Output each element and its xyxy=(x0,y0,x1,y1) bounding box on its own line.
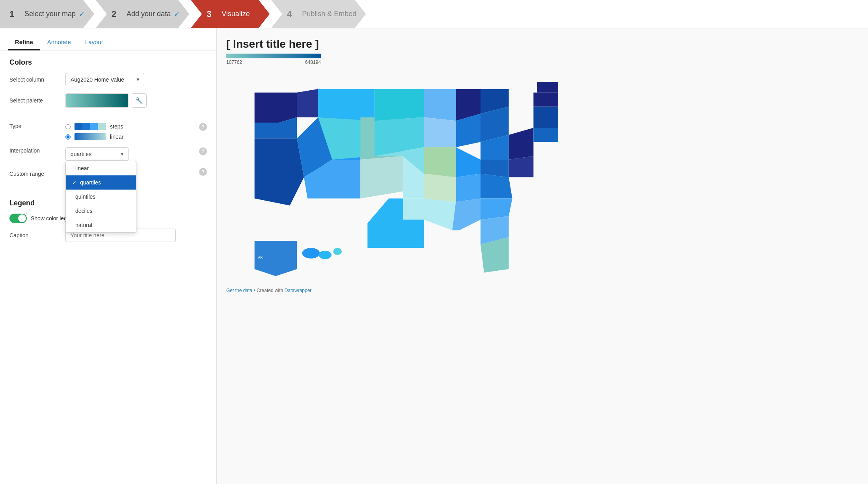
step-3-label: Visualize xyxy=(222,10,250,18)
tab-annotate[interactable]: Annotate xyxy=(40,35,78,50)
interp-deciles-label: deciles xyxy=(75,208,93,214)
state-ia xyxy=(424,117,456,147)
svg-point-3 xyxy=(333,248,342,255)
legend-min-value: 107762 xyxy=(226,60,242,65)
type-options: steps linear xyxy=(65,123,123,140)
palette-wrapper: ▾ 🔧 xyxy=(65,93,147,108)
state-id xyxy=(297,89,318,117)
map-container: AK xyxy=(226,71,859,285)
state-ca xyxy=(255,138,304,205)
map-legend-bar xyxy=(226,54,321,58)
palette-wrench-button[interactable]: 🔧 xyxy=(132,93,147,108)
state-mn xyxy=(424,89,456,121)
type-steps-radio[interactable] xyxy=(65,124,71,129)
interp-quintiles-label: quintiles xyxy=(75,194,95,200)
interpolation-wrapper: quartiles ▼ linear ✓ quartiles xyxy=(65,147,129,161)
state-mt xyxy=(318,89,374,121)
caption-label: Caption xyxy=(9,232,61,238)
interpolation-option-natural[interactable]: natural xyxy=(66,218,136,232)
state-ms xyxy=(452,199,481,231)
custom-range-help-icon[interactable]: ? xyxy=(199,168,207,176)
tabs: Refine Annotate Layout xyxy=(0,28,216,50)
interpolation-option-deciles[interactable]: deciles xyxy=(66,204,136,218)
palette-dropdown-arrow: ▾ xyxy=(123,98,125,103)
left-panel: Refine Annotate Layout Colors Select col… xyxy=(0,28,217,484)
state-nm xyxy=(360,156,403,199)
step-4-num: 4 xyxy=(287,9,298,19)
interpolation-popup: linear ✓ quartiles quintiles decil xyxy=(65,161,136,233)
state-oh xyxy=(509,128,534,160)
map-chart-title: [ Insert title here ] xyxy=(226,38,859,50)
wizard-step-2[interactable]: 2 Add your data ✓ xyxy=(96,0,189,28)
tab-layout[interactable]: Layout xyxy=(78,35,110,50)
legend-labels: 107762 648194 xyxy=(226,60,321,65)
state-ky xyxy=(456,147,481,177)
type-linear-option: linear xyxy=(65,133,123,140)
type-row: Type steps linear ? xyxy=(9,123,207,140)
map-footer: Get the data • Created with Datawrapper xyxy=(226,288,859,293)
state-tn xyxy=(456,174,481,202)
interpolation-dropdown[interactable]: quartiles xyxy=(65,147,129,161)
state-nc xyxy=(481,174,512,199)
select-palette-label: Select palette xyxy=(9,97,61,104)
state-pa xyxy=(533,107,558,128)
hawaii-group xyxy=(302,248,342,259)
type-linear-radio[interactable] xyxy=(65,134,71,140)
legend-bar-wrapper: 107762 648194 xyxy=(226,54,859,65)
state-ny xyxy=(533,93,558,107)
wizard-step-4[interactable]: 4 Publish & Embed xyxy=(271,0,366,28)
select-column-dropdown[interactable]: Aug2020 Home Value xyxy=(65,73,144,86)
tab-refine[interactable]: Refine xyxy=(8,35,40,50)
steps-gradient-preview xyxy=(75,123,106,130)
right-panel: [ Insert title here ] 107762 648194 xyxy=(217,28,868,484)
step-3-num: 3 xyxy=(207,9,218,19)
svg-point-1 xyxy=(302,248,320,259)
select-palette-row: Select palette ▾ 🔧 xyxy=(9,93,207,108)
type-linear-label: linear xyxy=(110,134,123,140)
get-data-link[interactable]: Get the data xyxy=(226,288,252,293)
interpolation-option-quartiles[interactable]: ✓ quartiles xyxy=(66,175,136,190)
select-column-wrapper: Aug2020 Home Value ▼ xyxy=(65,73,144,86)
state-wa xyxy=(255,93,297,123)
datawrapper-link[interactable]: Datawrapper xyxy=(285,288,312,293)
show-legend-toggle[interactable] xyxy=(9,214,27,223)
type-label: Type xyxy=(9,123,61,129)
colors-divider xyxy=(9,115,207,115)
main-layout: Refine Annotate Layout Colors Select col… xyxy=(0,28,868,484)
us-map-svg: AK xyxy=(226,71,565,283)
palette-selector[interactable]: ▾ xyxy=(65,93,129,108)
interpolation-option-quintiles[interactable]: quintiles xyxy=(66,190,136,204)
alaska-group: AK xyxy=(255,241,297,276)
interp-natural-label: natural xyxy=(75,222,92,228)
interpolation-row: Interpolation quartiles ▼ linear xyxy=(9,147,207,161)
step-2-label: Add your data xyxy=(127,10,171,18)
toggle-knob xyxy=(18,214,26,222)
interp-quartiles-label: quartiles xyxy=(80,179,101,186)
footer-separator: • Created with xyxy=(253,288,284,293)
wizard-step-1[interactable]: 1 Select your map ✓ xyxy=(0,0,94,28)
wizard-step-3[interactable]: 3 Visualize xyxy=(191,0,270,28)
state-la xyxy=(424,199,456,231)
step-1-num: 1 xyxy=(9,9,20,19)
wizard-bar: 1 Select your map ✓ 2 Add your data ✓ 3 … xyxy=(0,0,868,28)
legend-max-value: 648194 xyxy=(305,60,321,65)
state-md-de xyxy=(533,128,558,142)
step-1-label: Select your map xyxy=(24,10,76,18)
linear-gradient-preview xyxy=(75,133,106,140)
alaska-label: AK xyxy=(258,255,263,259)
interpolation-label: Interpolation xyxy=(9,147,61,154)
step-4-label: Publish & Embed xyxy=(302,10,356,18)
state-ar xyxy=(424,174,456,202)
type-help-icon[interactable]: ? xyxy=(199,123,207,131)
state-ok xyxy=(403,199,424,220)
interpolation-select-wrapper: quartiles ▼ xyxy=(65,147,129,161)
interpolation-option-linear[interactable]: linear xyxy=(66,161,136,175)
step-2-num: 2 xyxy=(112,9,123,19)
state-wv xyxy=(509,156,534,177)
state-ne-states xyxy=(537,82,558,93)
custom-range-label: Custom range xyxy=(9,171,61,177)
interpolation-help-icon[interactable]: ? xyxy=(199,147,207,155)
interp-linear-label: linear xyxy=(75,165,89,171)
colors-section: Colors Select column Aug2020 Home Value … xyxy=(0,58,216,199)
state-nd xyxy=(374,89,424,121)
